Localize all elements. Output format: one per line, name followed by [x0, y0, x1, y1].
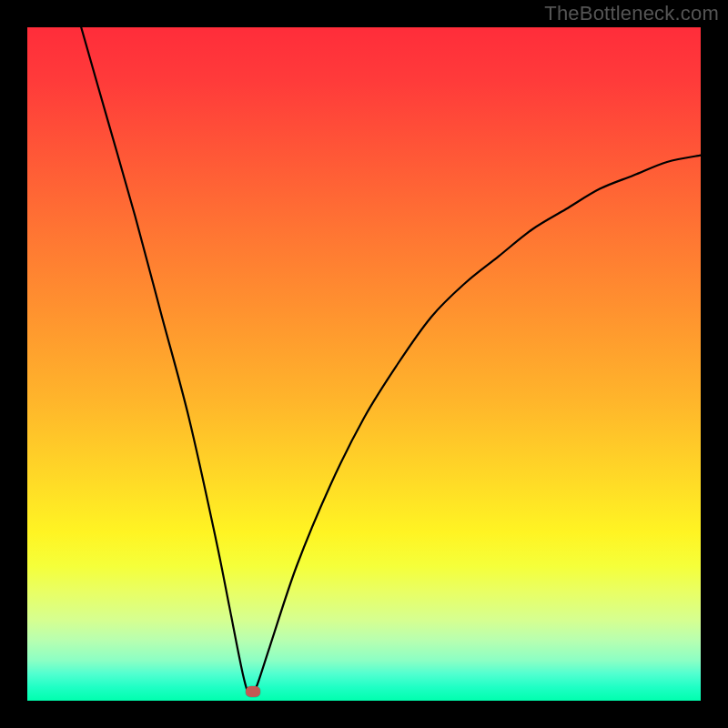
- optimal-point-marker: [246, 686, 260, 697]
- plot-area: [27, 27, 701, 701]
- watermark-text: TheBottleneck.com: [544, 2, 719, 25]
- curve-path: [81, 27, 701, 695]
- bottleneck-curve: [27, 27, 701, 701]
- chart-frame: TheBottleneck.com: [0, 0, 728, 728]
